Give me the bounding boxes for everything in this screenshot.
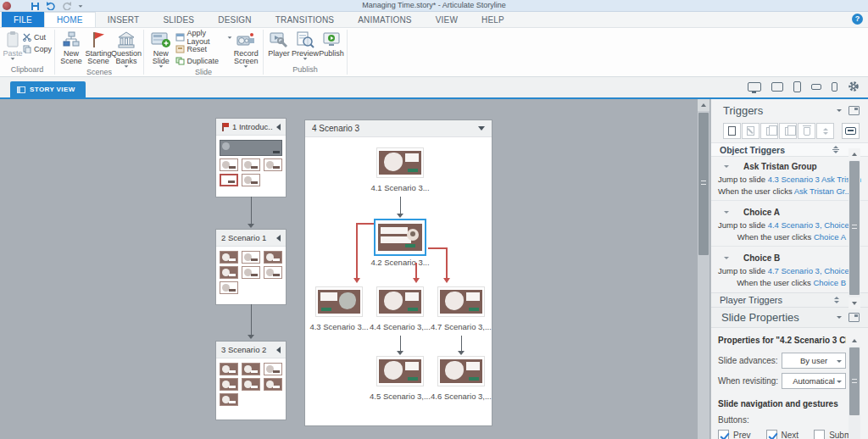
- slide-card-4-5[interactable]: [376, 356, 424, 386]
- publish-button[interactable]: Publish: [319, 30, 344, 58]
- next-checkbox[interactable]: Next: [766, 430, 799, 439]
- preview-button[interactable]: Preview: [292, 30, 319, 60]
- slide-thumbnail[interactable]: [264, 158, 282, 171]
- panel-dropdown-icon[interactable]: [837, 316, 842, 319]
- slide-thumbnail[interactable]: [242, 158, 260, 171]
- slide-thumbnail[interactable]: [220, 140, 282, 156]
- paste-trigger-button[interactable]: [779, 123, 797, 139]
- collapse-group-icon[interactable]: [724, 165, 729, 168]
- player-triggers-header[interactable]: Player Triggers: [711, 292, 868, 308]
- tab-file[interactable]: FILE: [2, 12, 44, 27]
- trigger-action[interactable]: Jump to slide 4.4 Scenario 3, Choice ...: [711, 219, 868, 231]
- slide-caption[interactable]: 4.6 Scenario 3,...: [429, 392, 493, 401]
- slide-caption[interactable]: 4.5 Scenario 3,...: [368, 392, 432, 401]
- tab-help[interactable]: HELP: [470, 12, 516, 27]
- slide-thumbnail[interactable]: [242, 378, 260, 391]
- question-banks-button[interactable]: Question Banks: [112, 30, 141, 68]
- collapse-scene-icon[interactable]: [276, 235, 281, 242]
- tab-slides[interactable]: SLIDES: [151, 12, 206, 27]
- slide-thumbnail[interactable]: [242, 363, 260, 375]
- panel-dropdown-icon[interactable]: [837, 109, 842, 112]
- tab-design[interactable]: DESIGN: [206, 12, 264, 27]
- slide-thumbnail[interactable]: [220, 393, 238, 406]
- desktop-preview-icon[interactable]: [748, 82, 761, 92]
- paste-button[interactable]: Paste: [3, 30, 23, 60]
- slide-caption[interactable]: 4.7 Scenario 3,...: [429, 322, 493, 331]
- dock-panel-icon[interactable]: [849, 106, 860, 115]
- trigger-condition[interactable]: When the user clicks Choice B: [711, 276, 868, 288]
- edit-trigger-button[interactable]: [742, 123, 760, 139]
- player-button[interactable]: Player: [266, 30, 292, 58]
- slide-card-4-6[interactable]: [437, 356, 485, 386]
- delete-trigger-button[interactable]: [798, 123, 815, 139]
- slide-card-4-1[interactable]: [376, 147, 424, 178]
- reset-button[interactable]: Reset: [175, 44, 232, 54]
- gear-icon[interactable]: [848, 81, 860, 92]
- collapse-group-icon[interactable]: [724, 211, 729, 214]
- player-triggers-expand-icon[interactable]: [834, 297, 839, 303]
- canvas-scrollbar[interactable]: [698, 99, 709, 439]
- scrollbar-thumb[interactable]: [849, 161, 860, 295]
- scrollbar-thumb[interactable]: [698, 113, 709, 255]
- slide-caption[interactable]: 4.1 Scenario 3...: [368, 183, 432, 192]
- scroll-down-button[interactable]: [849, 297, 860, 309]
- slide-thumbnail[interactable]: [220, 251, 238, 264]
- tab-transitions[interactable]: TRANSITIONS: [264, 12, 346, 27]
- trigger-group-header[interactable]: Choice B: [711, 252, 868, 264]
- scene-panel-scenario-2[interactable]: 3 Scenario 2: [216, 342, 286, 420]
- triggers-scrollbar[interactable]: [849, 148, 860, 309]
- slide-thumbnail[interactable]: [242, 266, 260, 279]
- trigger-condition[interactable]: When the user clicks Ask Tristan Gr...: [711, 185, 868, 197]
- scene-panel-introduction[interactable]: 1 Introduc...: [216, 119, 286, 197]
- phone-portrait-icon[interactable]: [832, 82, 837, 92]
- trigger-action[interactable]: Jump to slide 4.7 Scenario 3, Choice ...: [711, 264, 868, 276]
- tab-story-view[interactable]: STORY VIEW: [10, 81, 86, 97]
- starting-scene-button[interactable]: Starting Scene: [85, 30, 112, 65]
- slide-thumbnail[interactable]: [220, 363, 238, 375]
- trigger-action[interactable]: Jump to slide 4.3 Scenario 3 Ask Tristan: [711, 173, 868, 185]
- cut-button[interactable]: Cut: [23, 32, 52, 42]
- slide-thumbnail[interactable]: [264, 378, 282, 391]
- collapse-all-icon[interactable]: [832, 146, 839, 153]
- scroll-up-button[interactable]: [849, 335, 860, 347]
- slide-thumbnail[interactable]: [264, 363, 282, 375]
- reorder-trigger-button[interactable]: [816, 123, 834, 139]
- scrollbar-thumb[interactable]: [849, 347, 860, 415]
- phone-landscape-icon[interactable]: [811, 84, 821, 90]
- tablet-portrait-icon[interactable]: [793, 81, 801, 92]
- slide-thumbnail[interactable]: [220, 266, 238, 279]
- scroll-up-button[interactable]: [849, 148, 860, 160]
- scene-panel-scenario-1[interactable]: 2 Scenario 1: [216, 230, 286, 304]
- scroll-up-button[interactable]: [698, 99, 709, 111]
- tablet-landscape-icon[interactable]: [771, 82, 783, 92]
- slide-thumbnail[interactable]: [264, 266, 282, 279]
- tab-insert[interactable]: INSERT: [96, 12, 152, 27]
- slide-thumbnail[interactable]: [220, 378, 238, 391]
- apply-layout-button[interactable]: Apply Layout: [175, 32, 232, 42]
- keyboard-shortcuts-button[interactable]: [842, 123, 860, 139]
- collapse-scene-icon[interactable]: [276, 124, 281, 131]
- slide-caption[interactable]: 4.2 Scenario 3...: [368, 258, 432, 267]
- slide-caption[interactable]: 4.3 Scenario 3...: [307, 322, 371, 331]
- when-revisiting-select[interactable]: Automatical: [782, 373, 846, 389]
- duplicate-button[interactable]: Duplicate: [175, 56, 232, 66]
- record-screen-button[interactable]: Record Screen: [232, 30, 261, 68]
- copy-button[interactable]: Copy: [23, 44, 52, 54]
- trigger-group-header[interactable]: Ask Tristan Group: [711, 160, 868, 173]
- new-trigger-button[interactable]: [723, 123, 741, 139]
- dock-panel-icon[interactable]: [849, 313, 860, 322]
- slide-caption[interactable]: 4.4 Scenario 3,...: [368, 322, 432, 331]
- trigger-group-header[interactable]: Choice A: [711, 206, 868, 219]
- slide-thumbnail[interactable]: [242, 251, 260, 264]
- slide-thumbnail[interactable]: [220, 281, 238, 294]
- collapse-group-icon[interactable]: [724, 257, 729, 259]
- tab-view[interactable]: VIEW: [424, 12, 470, 27]
- tab-home[interactable]: HOME: [44, 12, 96, 27]
- slide-thumbnail[interactable]: [242, 174, 260, 186]
- new-slide-button[interactable]: New Slide: [147, 30, 175, 68]
- slide-thumbnail[interactable]: [220, 174, 238, 186]
- slide-card-4-3[interactable]: [315, 286, 363, 317]
- help-icon[interactable]: ?: [852, 14, 863, 25]
- slide-thumbnail[interactable]: [220, 158, 238, 171]
- properties-scrollbar[interactable]: [849, 335, 860, 439]
